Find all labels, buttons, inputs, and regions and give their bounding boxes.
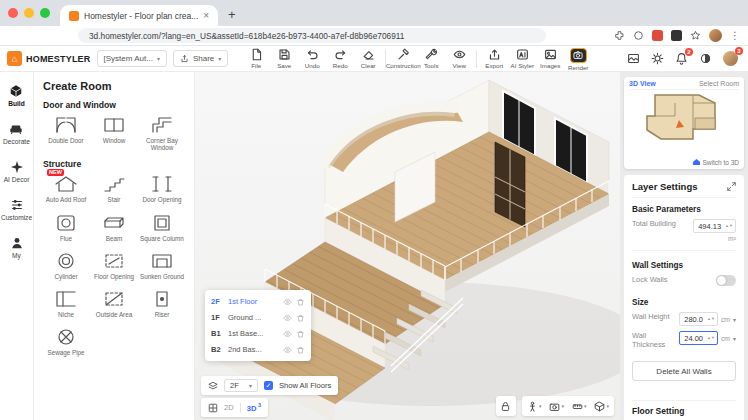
trash-icon[interactable] bbox=[296, 298, 305, 306]
user-avatar[interactable]: 3 bbox=[723, 51, 738, 66]
tab-close-icon[interactable]: × bbox=[203, 11, 209, 21]
chevron-down-icon[interactable]: ▾ bbox=[733, 316, 736, 323]
item-square-column[interactable]: Square Column bbox=[139, 213, 185, 242]
browser-tab[interactable]: Homestyler - Floor plan crea... × bbox=[60, 5, 218, 26]
item-label: Window bbox=[103, 137, 125, 144]
mode-3d-button[interactable]: 3D 3 bbox=[247, 402, 261, 413]
item-cylinder[interactable]: Cylinder bbox=[43, 251, 89, 280]
eye-icon[interactable] bbox=[283, 346, 292, 354]
maximize-window-button[interactable] bbox=[40, 8, 50, 18]
select-room-link[interactable]: Select Room bbox=[699, 80, 739, 87]
item-riser[interactable]: Riser bbox=[139, 289, 185, 318]
render-gallery-button[interactable] bbox=[627, 52, 640, 65]
extension-generic-icon[interactable] bbox=[633, 30, 644, 41]
total-building-input[interactable]: 494.13 ▲▼ bbox=[693, 219, 736, 233]
floor-row-2f[interactable]: 2F 1st Floor bbox=[211, 294, 305, 309]
item-corner-bay-window[interactable]: Corner Bay Window bbox=[139, 115, 185, 151]
nav-item-build[interactable]: Build bbox=[8, 84, 24, 107]
stepper-arrows[interactable]: ▲▼ bbox=[725, 224, 733, 228]
export-button[interactable]: Export bbox=[480, 47, 508, 69]
minimap-view-tab[interactable]: 3D View bbox=[629, 80, 656, 87]
extension-puzzle-icon[interactable] bbox=[614, 30, 625, 41]
trash-icon[interactable] bbox=[296, 346, 305, 354]
nav-item-decorate[interactable]: Decorate bbox=[3, 122, 30, 145]
extension-dark-icon[interactable] bbox=[671, 30, 682, 41]
images-button[interactable]: Images bbox=[536, 47, 564, 69]
switch-to-3d-button[interactable]: Switch to 3D bbox=[692, 158, 740, 166]
snapshot-button[interactable]: ▾ bbox=[549, 401, 564, 412]
eye-icon[interactable] bbox=[283, 314, 292, 322]
cube-view-button[interactable]: ▾ bbox=[594, 401, 609, 412]
floor-row-b1[interactable]: B1 1st Base... bbox=[211, 326, 305, 341]
chevron-down-icon[interactable]: ▾ bbox=[733, 335, 736, 342]
item-sunken-ground[interactable]: Sunken Ground bbox=[139, 251, 185, 280]
project-selector[interactable]: [System Aut... ▾ bbox=[97, 50, 167, 67]
browser-menu-icon[interactable]: ⋮ bbox=[730, 30, 740, 41]
floor-select-dropdown[interactable]: 2F ▾ bbox=[224, 379, 258, 392]
floor-row-b2[interactable]: B2 2nd Bas... bbox=[211, 342, 305, 357]
delete-all-walls-button[interactable]: Delete All Walls bbox=[632, 361, 736, 381]
view-button[interactable]: View bbox=[445, 47, 473, 69]
trash-icon[interactable] bbox=[296, 314, 305, 322]
render-button[interactable]: Render bbox=[564, 47, 592, 71]
extension-star-icon[interactable] bbox=[690, 30, 701, 41]
minimize-window-button[interactable] bbox=[24, 8, 34, 18]
redo-button[interactable]: Redo bbox=[326, 47, 354, 69]
undo-button[interactable]: Undo bbox=[298, 47, 326, 69]
viewport-3d[interactable]: 2F 1st Floor 1F Ground ... B bbox=[195, 72, 620, 420]
show-all-floors-checkbox[interactable]: ✓ bbox=[264, 381, 273, 390]
measure-button[interactable]: ▾ bbox=[572, 401, 587, 412]
clear-button[interactable]: Clear bbox=[354, 47, 382, 69]
item-floor-opening[interactable]: Floor Opening bbox=[91, 251, 137, 280]
floor-name: 1st Base... bbox=[228, 329, 263, 338]
construction-button[interactable]: Construction bbox=[389, 47, 417, 69]
new-tab-button[interactable]: + bbox=[228, 7, 236, 22]
item-auto-add-roof[interactable]: NEW Auto Add Roof bbox=[43, 174, 89, 203]
extension-red-icon[interactable] bbox=[652, 30, 663, 41]
eye-icon[interactable] bbox=[283, 298, 292, 306]
file-button[interactable]: File bbox=[242, 47, 270, 69]
lock-view-button[interactable] bbox=[496, 396, 516, 416]
item-niche[interactable]: Niche bbox=[43, 289, 89, 318]
mode-2d-button[interactable]: 2D bbox=[224, 403, 234, 412]
floor-setting-title[interactable]: Floor Setting bbox=[632, 400, 736, 416]
item-double-door[interactable]: Double Door bbox=[43, 115, 89, 151]
floors-list-popup: 2F 1st Floor 1F Ground ... B bbox=[205, 290, 311, 361]
nav-item-customize[interactable]: Customize bbox=[1, 198, 32, 221]
stepper-arrows[interactable]: ▲▼ bbox=[707, 336, 715, 340]
url-field[interactable]: 3d.homestyler.com/?lang=en_US&assetId=61… bbox=[78, 28, 546, 43]
eye-icon[interactable] bbox=[283, 330, 292, 338]
nav-item-my[interactable]: My bbox=[10, 236, 24, 259]
main-toolbar: File Save Undo Redo Clear Construction bbox=[242, 47, 592, 71]
nav-item-ai-decor[interactable]: AI Decor bbox=[4, 160, 30, 183]
walkthrough-button[interactable]: ▾ bbox=[527, 401, 542, 412]
stepper-arrows[interactable]: ▲▼ bbox=[707, 317, 715, 321]
item-outside-area[interactable]: Outside Area bbox=[91, 289, 137, 318]
theme-toggle-button[interactable] bbox=[699, 52, 712, 65]
item-stair[interactable]: Stair bbox=[91, 174, 137, 203]
close-window-button[interactable] bbox=[8, 8, 18, 18]
item-flue[interactable]: Flue bbox=[43, 213, 89, 242]
notifications-button[interactable]: 2 bbox=[675, 52, 688, 65]
lock-walls-toggle[interactable] bbox=[716, 275, 736, 286]
settings-button[interactable] bbox=[651, 52, 664, 65]
share-icon bbox=[180, 54, 189, 63]
expand-icon[interactable] bbox=[727, 182, 736, 191]
save-button[interactable]: Save bbox=[270, 47, 298, 69]
item-door-opening[interactable]: Door Opening bbox=[139, 174, 185, 203]
share-button[interactable]: Share ▾ bbox=[173, 50, 228, 67]
floor-row-1f[interactable]: 1F Ground ... bbox=[211, 310, 305, 325]
wall-height-input[interactable]: 280.0 ▲▼ bbox=[679, 312, 718, 326]
browser-profile-avatar[interactable] bbox=[709, 29, 722, 42]
item-beam[interactable]: Beam bbox=[91, 213, 137, 242]
tool-label: Export bbox=[485, 62, 503, 69]
floorplan-minimap[interactable] bbox=[629, 90, 741, 146]
wall-thickness-input[interactable]: 24.00 ▲▼ bbox=[679, 331, 718, 345]
ai-styler-button[interactable]: AI Styler bbox=[508, 47, 536, 69]
trash-icon[interactable] bbox=[296, 330, 305, 338]
undo-icon bbox=[306, 48, 319, 61]
homestyler-logo[interactable]: ⌂ HOMESTYLER bbox=[7, 51, 91, 66]
item-window[interactable]: Window bbox=[91, 115, 137, 151]
tools-button[interactable]: Tools bbox=[417, 47, 445, 69]
item-sewage-pipe[interactable]: Sewage Pipe bbox=[43, 327, 89, 356]
